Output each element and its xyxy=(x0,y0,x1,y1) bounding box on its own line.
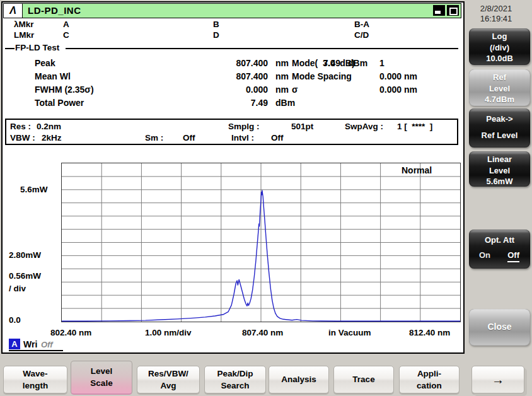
level-marker-label: LMkr xyxy=(14,30,34,40)
x-axis-center-label: 807.40 nm xyxy=(242,328,283,337)
fnkey-application-line1: Appli- xyxy=(417,368,441,380)
marker-d-label: D xyxy=(213,30,219,40)
anritsu-logo: Λ xyxy=(4,4,23,18)
total-power-unit: dBm xyxy=(275,98,295,108)
window-title: LD-PD_INC xyxy=(28,5,81,16)
analyzer-screen: Λ LD-PD_INC λMkr A B B-A LMkr C D C/D FP… xyxy=(1,1,465,354)
fnkey-wavelength-line2: length xyxy=(23,380,49,392)
fnkey-application-line2: cation xyxy=(417,380,442,392)
datetime-display: 2/8/2021 16:19:41 xyxy=(468,4,524,24)
trace-write-mode-label: Wri xyxy=(23,339,37,349)
smoothing-label: Sm : xyxy=(145,133,163,143)
marker-a-label: A xyxy=(63,20,69,29)
sweep-avg-value: 1 [ **** ] xyxy=(397,122,432,131)
wavelength-marker-label: λMkr xyxy=(14,20,34,29)
softkey-linear-line1: Linear xyxy=(469,154,530,165)
fnkey-level-scale[interactable]: Level Scale xyxy=(71,361,132,395)
next-page-arrow-icon: → xyxy=(492,374,504,385)
marker-c-d-label: C/D xyxy=(354,30,369,40)
interval-label: Intvl : xyxy=(231,133,254,143)
sweep-settings-box: Res : 0.2nm Smplg : 501pt SwpAvg : 1 [ *… xyxy=(5,119,458,145)
softkey-optical-attenuator[interactable]: Opt. Att On Off xyxy=(469,230,530,269)
sampling-value: 501pt xyxy=(291,122,313,131)
fnkey-res-vbw-line2: Avg xyxy=(160,380,176,392)
softkey-ref-level[interactable]: Ref Level 4.7dBm xyxy=(469,69,530,106)
fnkey-application[interactable]: Appli- cation xyxy=(399,366,460,393)
trace-status-indicator[interactable]: A Wri Off xyxy=(9,339,63,351)
softkey-log-line1: Log xyxy=(469,31,530,42)
mean-wl-label: Mean Wl xyxy=(35,71,71,81)
fnkey-level-scale-line1: Level xyxy=(91,366,113,377)
mean-wl-value: 807.400 xyxy=(189,71,268,81)
sampling-label: Smplg : xyxy=(228,122,260,131)
trace-mode-badge: Normal xyxy=(402,165,432,175)
mode-spacing-label: Mode Spacing xyxy=(292,71,352,81)
fwhm-unit: nm xyxy=(275,84,289,95)
x-axis-end-label: 812.40 nm xyxy=(409,328,450,337)
peak-label: Peak xyxy=(35,58,55,68)
trace-a-badge: A xyxy=(9,339,20,349)
mean-wl-unit: nm xyxy=(275,71,289,81)
opt-att-title: Opt. Att xyxy=(469,235,530,245)
y-axis-per-div-value: 0.56mW xyxy=(9,271,41,281)
window-titlebar: Λ LD-PD_INC xyxy=(3,3,461,18)
fnkey-analysis-label: Analysis xyxy=(281,374,316,385)
analysis-mode-label: FP-LD Test xyxy=(15,43,59,52)
sweep-avg-label: SwpAvg : xyxy=(345,122,383,131)
softkey-peak-to-ref-level[interactable]: Peak-> Ref Level xyxy=(469,108,530,148)
softkey-peakref-line1: Peak-> xyxy=(469,111,530,127)
spectrum-trace-chart xyxy=(62,163,460,322)
softkey-log-line3: 10.0dB xyxy=(469,53,530,64)
fnkey-res-vbw-avg[interactable]: Res/VBW/ Avg xyxy=(137,366,200,393)
fnkey-trace[interactable]: Trace xyxy=(333,366,394,393)
opt-att-on-option[interactable]: On xyxy=(479,250,490,260)
maximize-button[interactable] xyxy=(447,5,459,16)
sigma-value: 0.000 nm xyxy=(379,84,417,95)
time-label: 16:19:41 xyxy=(468,14,524,24)
date-label: 2/8/2021 xyxy=(468,4,524,14)
softkey-ref-line2: Level xyxy=(469,83,530,95)
fnkey-wavelength-line1: Wave- xyxy=(23,368,47,380)
x-axis-medium-label: in Vacuum xyxy=(328,328,371,337)
fnkey-analysis[interactable]: Analysis xyxy=(269,366,329,393)
opt-att-off-option[interactable]: Off xyxy=(507,250,519,262)
fnkey-wavelength[interactable]: Wave- length xyxy=(3,366,67,393)
marker-c-label: C xyxy=(63,30,69,40)
fnkey-next-page[interactable]: → xyxy=(471,366,524,393)
softkey-ref-line3: 4.7dBm xyxy=(469,94,530,105)
separator-line xyxy=(66,48,458,49)
vbw-label: VBW : xyxy=(10,133,35,143)
marker-b-label: B xyxy=(213,20,219,29)
fnkey-peak-dip-search[interactable]: Peak/Dip Search xyxy=(204,366,266,393)
spectrum-plot-area xyxy=(61,163,461,322)
minimize-button[interactable] xyxy=(433,5,445,16)
osa-application: Λ LD-PD_INC λMkr A B B-A LMkr C D C/D FP… xyxy=(0,0,532,396)
peak-wavelength-unit: nm xyxy=(275,58,289,68)
y-axis-fullscale-label: 5.6mW xyxy=(20,185,48,194)
softkey-linear-level[interactable]: Linear Level 5.6mW xyxy=(469,151,530,187)
softkey-ref-line1: Ref xyxy=(469,72,530,83)
softkey-peakref-line2: Ref Level xyxy=(469,127,530,144)
trace-off-state-label: Off xyxy=(41,340,53,349)
y-axis-zero-label: 0.0 xyxy=(9,315,21,325)
softkey-linear-line2: Level xyxy=(469,165,530,177)
total-power-value: 7.49 xyxy=(189,98,268,108)
res-label: Res : xyxy=(10,122,31,131)
fnkey-trace-label: Trace xyxy=(352,374,374,385)
close-button[interactable]: Close xyxy=(469,309,530,346)
interval-value: Off xyxy=(271,133,284,143)
softkey-log-per-div[interactable]: Log (/div) 10.0dB xyxy=(469,28,530,65)
fwhm-label: FWHM (2.35σ) xyxy=(35,84,94,95)
softkey-log-line2: (/div) xyxy=(469,42,530,54)
x-axis-start-label: 802.40 nm xyxy=(50,328,91,337)
fnkey-peak-dip-line1: Peak/Dip xyxy=(217,368,253,380)
y-axis-mid-label: 2.80mW xyxy=(9,250,41,260)
y-axis-per-div-label: / div xyxy=(9,284,26,293)
separator-dash xyxy=(5,48,14,49)
peak-wavelength-value: 807.400 xyxy=(189,58,268,68)
fwhm-value: 0.000 xyxy=(189,84,268,95)
fnkey-res-vbw-line1: Res/VBW/ xyxy=(148,368,188,380)
x-axis-per-div-label: 1.00 nm/div xyxy=(145,328,192,337)
mode-spacing-value: 0.000 nm xyxy=(379,71,417,81)
smoothing-value: Off xyxy=(183,133,195,143)
